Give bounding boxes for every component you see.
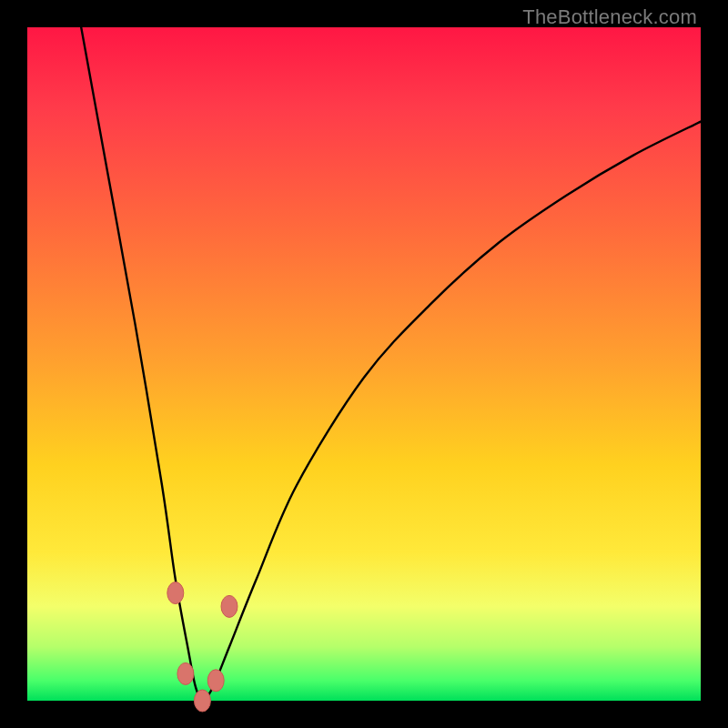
curve-marker — [177, 662, 194, 684]
plot-area — [27, 27, 701, 701]
chart-frame: TheBottleneck.com — [0, 0, 728, 728]
curve-marker — [207, 670, 224, 692]
curve-marker — [194, 690, 210, 712]
curve-marker — [221, 595, 238, 617]
watermark-text: TheBottleneck.com — [522, 5, 697, 29]
curve-marker — [167, 582, 184, 604]
curve-markers — [167, 582, 238, 712]
bottleneck-curve-svg — [27, 27, 701, 701]
